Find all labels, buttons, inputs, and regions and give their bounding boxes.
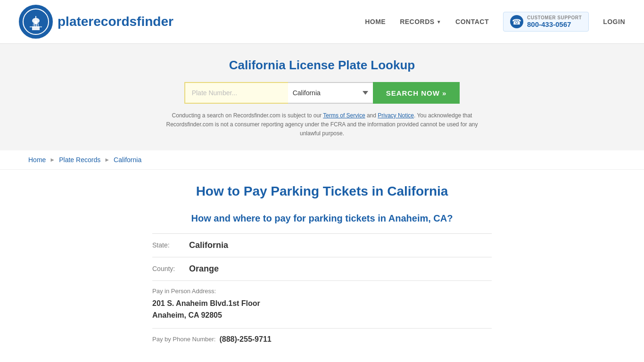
- phone-row: Pay by Phone Number: (888)-255-9711: [152, 328, 492, 350]
- support-phone: 800-433-0567: [527, 20, 582, 28]
- breadcrumb-home[interactable]: Home: [28, 156, 46, 164]
- county-value: Orange: [189, 264, 219, 274]
- state-row: State: California: [152, 233, 492, 257]
- breadcrumb-sep-1: ►: [50, 156, 55, 163]
- svg-rect-10: [39, 24, 40, 26]
- svg-rect-11: [30, 26, 42, 27]
- nav-contact[interactable]: CONTACT: [455, 18, 489, 25]
- state-select[interactable]: California Alabama Alaska Arizona Arkans…: [288, 82, 373, 104]
- nav-home[interactable]: HOME: [365, 18, 386, 25]
- breadcrumb-current: California: [114, 156, 141, 164]
- county-label: County:: [152, 264, 185, 272]
- svg-rect-9: [37, 24, 38, 26]
- phone-icon: ☎: [510, 15, 523, 28]
- search-button[interactable]: SEARCH NOW »: [373, 82, 460, 104]
- chevron-down-icon: ▼: [437, 19, 441, 25]
- phone-value: (888)-255-9711: [219, 335, 271, 344]
- address-value: 201 S. Anaheim Blvd.1st Floor Anaheim, C…: [152, 297, 492, 321]
- search-bar: California Alabama Alaska Arizona Arkans…: [9, 82, 635, 104]
- main-nav: HOME RECORDS ▼ CONTACT ☎ CUSTOMER SUPPOR…: [365, 12, 625, 32]
- privacy-link[interactable]: Privacy Notice: [378, 112, 414, 119]
- logo-icon: [19, 5, 53, 39]
- address-block: Pay in Person Address: 201 S. Anaheim Bl…: [152, 280, 492, 328]
- breadcrumb-plate-records[interactable]: Plate Records: [59, 156, 100, 164]
- site-header: platerecordsfinder HOME RECORDS ▼ CONTAC…: [0, 0, 644, 44]
- svg-rect-5: [35, 16, 36, 19]
- logo-text: platerecordsfinder: [58, 14, 173, 29]
- logo-area: platerecordsfinder: [19, 5, 173, 39]
- login-button[interactable]: LOGIN: [603, 18, 625, 25]
- search-title: California License Plate Lookup: [9, 58, 635, 73]
- section-subtitle: How and where to pay for parking tickets…: [152, 213, 492, 224]
- main-content: How to Pay Parking Tickets in California…: [143, 184, 501, 350]
- county-row: County: Orange: [152, 257, 492, 280]
- plate-number-input[interactable]: [184, 82, 288, 104]
- page-title: How to Pay Parking Tickets in California: [152, 184, 492, 199]
- phone-label: Pay by Phone Number:: [152, 336, 215, 343]
- svg-rect-8: [35, 24, 36, 26]
- tos-link[interactable]: Terms of Service: [323, 112, 365, 119]
- breadcrumb: Home ► Plate Records ► California: [0, 150, 644, 170]
- support-label: CUSTOMER SUPPORT: [527, 15, 582, 20]
- state-value: California: [189, 240, 228, 250]
- support-box[interactable]: ☎ CUSTOMER SUPPORT 800-433-0567: [503, 12, 589, 32]
- address-line1: 201 S. Anaheim Blvd.1st Floor: [152, 299, 260, 307]
- state-label: State:: [152, 240, 185, 249]
- nav-records[interactable]: RECORDS ▼: [400, 18, 441, 25]
- disclaimer-text: Conducting a search on Recordsfinder.com…: [157, 111, 487, 139]
- address-label: Pay in Person Address:: [152, 288, 492, 295]
- breadcrumb-sep-2: ►: [104, 156, 110, 163]
- svg-rect-7: [33, 24, 34, 26]
- search-section: California License Plate Lookup Californ…: [0, 44, 644, 150]
- address-line2: Anaheim, CA 92805: [152, 311, 222, 319]
- svg-rect-6: [32, 24, 33, 26]
